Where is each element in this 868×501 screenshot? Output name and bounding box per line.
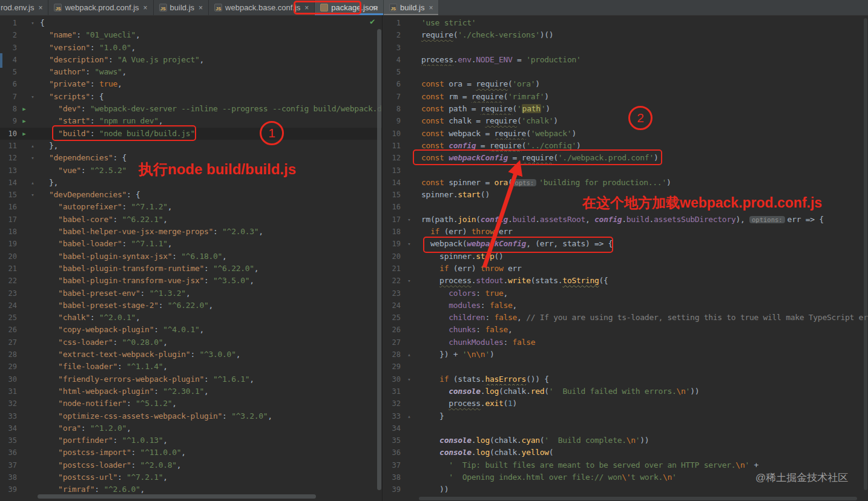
code-line[interactable]: 16 "autoprefixer": "^7.1.2", bbox=[0, 201, 382, 213]
fold-marker-icon[interactable]: ▴ bbox=[29, 140, 36, 152]
code-line[interactable]: 21 "babel-plugin-transform-runtime": "^6… bbox=[0, 263, 382, 275]
code-line[interactable]: 8▶ "dev": "webpack-dev-server --inline -… bbox=[0, 103, 382, 115]
code-line[interactable]: 19 "babel-loader": "^7.1.1", bbox=[0, 238, 382, 250]
code-line[interactable]: 33▴ } bbox=[383, 410, 868, 422]
code-line[interactable]: 3 bbox=[383, 42, 868, 54]
code-line[interactable]: 34 "ora": "^1.2.0", bbox=[0, 422, 382, 434]
code-line[interactable]: 33 "optimize-css-assets-webpack-plugin":… bbox=[0, 410, 382, 422]
code-line[interactable]: 32 process.exit(1) bbox=[383, 398, 868, 410]
code-line[interactable]: 9const chalk = require('chalk') bbox=[383, 115, 868, 127]
fold-marker-icon[interactable]: ▾ bbox=[404, 373, 414, 385]
code-line[interactable]: 28 "extract-text-webpack-plugin": "^3.0.… bbox=[0, 349, 382, 361]
right-vertical-scrollbar[interactable] bbox=[864, 18, 867, 490]
code-line[interactable]: 25 children: false, // If you are using … bbox=[383, 312, 868, 324]
code-line[interactable]: 27 "css-loader": "^0.28.0", bbox=[0, 336, 382, 349]
code-line[interactable]: 29 bbox=[383, 361, 868, 373]
code-line[interactable]: 14const spinner = ora(opts:'building for… bbox=[383, 177, 868, 189]
code-line[interactable]: 23 colors: true, bbox=[383, 287, 868, 300]
left-vertical-scrollbar[interactable] bbox=[377, 29, 381, 490]
code-line[interactable]: 31 "html-webpack-plugin": "^2.30.1", bbox=[0, 385, 382, 398]
code-line[interactable]: 35 console.log(chalk.cyan(' Build comple… bbox=[383, 434, 868, 447]
close-icon[interactable]: × bbox=[199, 4, 203, 12]
code-line[interactable]: 13 bbox=[383, 165, 868, 177]
fold-marker-icon[interactable]: ▴ bbox=[404, 410, 414, 422]
code-line[interactable]: 12const webpackConfig = require('./webpa… bbox=[383, 152, 868, 164]
code-line[interactable]: 2require('./check-versions')() bbox=[383, 29, 868, 41]
code-line[interactable]: 24 "babel-preset-stage-2": "^6.22.0", bbox=[0, 300, 382, 312]
code-line[interactable]: 11const config = require('../config') bbox=[383, 140, 868, 152]
fold-marker-icon[interactable]: ▾ bbox=[29, 91, 36, 103]
tab-webpack-base-conf-js[interactable]: JSwebpack.base.conf.js× bbox=[209, 0, 315, 15]
code-line[interactable]: 34 bbox=[383, 422, 868, 434]
tab-rod-env-js[interactable]: rod.env.js× bbox=[0, 0, 48, 15]
fold-marker-icon[interactable]: ▾ bbox=[29, 189, 36, 201]
code-line[interactable]: 19▾ webpack(webpackConfig, (err, stats) … bbox=[383, 238, 868, 250]
code-line[interactable]: 35 "portfinder": "^1.0.13", bbox=[0, 434, 382, 447]
code-line[interactable]: 4process.env.NODE_ENV = 'production' bbox=[383, 54, 868, 66]
code-line[interactable]: 14▴ }, bbox=[0, 177, 382, 189]
fold-marker-icon[interactable]: ▴ bbox=[29, 177, 36, 189]
code-line[interactable]: 31 console.log(chalk.red(' Build failed … bbox=[383, 385, 868, 398]
code-line[interactable]: 11▴ }, bbox=[0, 140, 382, 152]
editor-right-build-js[interactable]: 1'use strict'2require('./check-versions'… bbox=[383, 15, 868, 501]
code-line[interactable]: 6 "private": true, bbox=[0, 78, 382, 90]
code-line[interactable]: 13 "vue": "^2.5.2" bbox=[0, 165, 382, 177]
code-line[interactable]: 27 chunkModules: false bbox=[383, 336, 868, 349]
code-line[interactable]: 1▾{ bbox=[0, 17, 382, 29]
code-line[interactable]: 28▴ }) + '\n\n') bbox=[383, 349, 868, 361]
code-line[interactable]: 32 "node-notifier": "^5.1.2", bbox=[0, 398, 382, 410]
code-line[interactable]: 17 "babel-core": "^6.22.1", bbox=[0, 214, 382, 226]
fold-marker-icon[interactable]: ▾ bbox=[404, 238, 414, 250]
code-line[interactable]: 7const rm = require('rimraf') bbox=[383, 91, 868, 103]
code-line[interactable]: 15▾ "devDependencies": { bbox=[0, 189, 382, 201]
code-line[interactable]: 2 "name": "01_vuecli", bbox=[0, 29, 382, 41]
code-line[interactable]: 15spinner.start() bbox=[383, 189, 868, 201]
code-line[interactable]: 12▾ "dependencies": { bbox=[0, 152, 382, 164]
code-line[interactable]: 16 bbox=[383, 201, 868, 213]
code-line[interactable]: 22▾ process.stdout.write(stats.toString(… bbox=[383, 275, 868, 287]
code-line[interactable]: 17▾rm(path.join(config.build.assetsRoot,… bbox=[383, 214, 868, 226]
code-line[interactable]: 10const webpack = require('webpack') bbox=[383, 128, 868, 140]
code-line[interactable]: 7▾ "scripts": { bbox=[0, 91, 382, 103]
code-line[interactable]: 22 "babel-plugin-transform-vue-jsx": "^3… bbox=[0, 275, 382, 287]
code-line[interactable]: 20 spinner.stop() bbox=[383, 250, 868, 263]
left-horizontal-scrollbar[interactable] bbox=[38, 494, 316, 499]
fold-marker-icon[interactable]: ▴ bbox=[404, 349, 414, 361]
code-line[interactable]: 10▶ "build": "node build/build.js" bbox=[0, 128, 382, 140]
code-line[interactable]: 9▶ "start": "npm run dev", bbox=[0, 115, 382, 127]
code-line[interactable]: 20 "babel-plugin-syntax-jsx": "^6.18.0", bbox=[0, 250, 382, 263]
code-line[interactable]: 5 "author": "waws", bbox=[0, 66, 382, 78]
tab-webpack-prod-conf-js[interactable]: JSwebpack.prod.conf.js× bbox=[48, 0, 153, 15]
code-line[interactable]: 3 "version": "1.0.0", bbox=[0, 42, 382, 54]
fold-marker-icon[interactable]: ▾ bbox=[404, 214, 414, 226]
close-icon[interactable]: × bbox=[429, 4, 433, 12]
code-line[interactable]: 37 ' Tip: built files are meant to be se… bbox=[383, 459, 868, 471]
code-line[interactable]: 23 "babel-preset-env": "^1.3.2", bbox=[0, 287, 382, 300]
code-line[interactable]: 21 if (err) throw err bbox=[383, 263, 868, 275]
right-horizontal-scrollbar[interactable] bbox=[419, 497, 857, 500]
code-line[interactable]: 5 bbox=[383, 66, 868, 78]
code-line[interactable]: 37 "postcss-loader": "^2.0.8", bbox=[0, 459, 382, 471]
code-line[interactable]: 6const ora = require('ora') bbox=[383, 78, 868, 90]
run-script-icon[interactable]: ▶ bbox=[19, 115, 29, 127]
code-line[interactable]: 18 "babel-helper-vue-jsx-merge-props": "… bbox=[0, 226, 382, 238]
close-icon[interactable]: × bbox=[38, 4, 42, 12]
editor-left-package-json[interactable]: 1▾{2 "name": "01_vuecli",3 "version": "1… bbox=[0, 15, 383, 501]
chevron-down-icon[interactable] bbox=[370, 3, 380, 13]
run-script-icon[interactable]: ▶ bbox=[19, 103, 29, 115]
close-icon[interactable]: × bbox=[304, 4, 309, 12]
code-line[interactable]: 26 "copy-webpack-plugin": "^4.0.1", bbox=[0, 324, 382, 336]
code-line[interactable]: 39 )) bbox=[383, 483, 868, 496]
code-line[interactable]: 36 console.log(chalk.yellow( bbox=[383, 447, 868, 459]
code-line[interactable]: 18 if (err) throw err bbox=[383, 226, 868, 238]
code-line[interactable]: 1'use strict' bbox=[383, 17, 868, 29]
code-line[interactable]: 29 "file-loader": "^1.1.4", bbox=[0, 361, 382, 373]
code-line[interactable]: 30 "friendly-errors-webpack-plugin": "^1… bbox=[0, 373, 382, 385]
tab-build-js[interactable]: JSbuild.js× bbox=[154, 0, 209, 15]
fold-marker-icon[interactable]: ▾ bbox=[29, 17, 36, 29]
code-line[interactable]: 26 chunks: false, bbox=[383, 324, 868, 336]
code-line[interactable]: 4 "description": "A Vue.js project", bbox=[0, 54, 382, 66]
code-line[interactable]: 36 "postcss-import": "^11.0.0", bbox=[0, 447, 382, 459]
code-line[interactable]: 24 modules: false, bbox=[383, 300, 868, 312]
close-icon[interactable]: × bbox=[143, 4, 148, 12]
